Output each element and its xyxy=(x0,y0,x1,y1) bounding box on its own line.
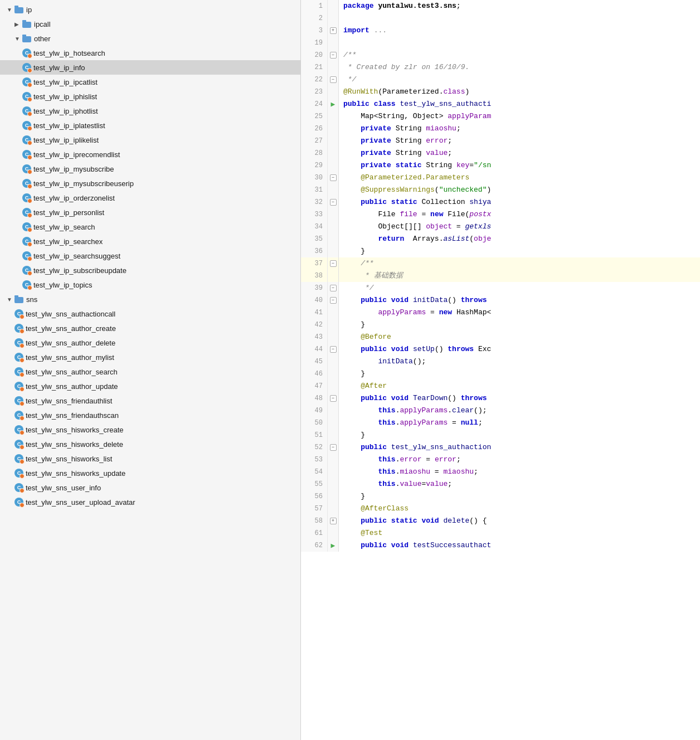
line-content-61[interactable]: @Test xyxy=(339,527,700,539)
line-content-48[interactable]: public void TearDown() throws xyxy=(339,392,700,405)
gutter-44[interactable]: − xyxy=(328,343,339,356)
file-ip-iphislist[interactable]: C test_ylw_ip_iphislist xyxy=(0,89,300,104)
line-content-55[interactable]: this.value=value; xyxy=(339,478,700,490)
file-ip-ipcatlist[interactable]: C test_ylw_ip_ipcatlist xyxy=(0,75,300,89)
line-content-62[interactable]: public void testSuccessauthact xyxy=(339,539,700,552)
folder-sns[interactable]: ▼ sns xyxy=(0,292,300,306)
file-sns-authactioncall[interactable]: C test_ylw_sns_authactioncall xyxy=(0,306,300,321)
gutter-39[interactable]: − xyxy=(328,282,339,294)
line-content-40[interactable]: public void initData() throws xyxy=(339,294,700,306)
line-content-43[interactable]: @Before xyxy=(339,331,700,343)
file-sns-author-mylist[interactable]: C test_ylw_sns_author_mylist xyxy=(0,350,300,364)
line-content-39[interactable]: */ xyxy=(339,282,700,294)
gutter-22[interactable]: − xyxy=(328,74,339,86)
fold-btn-48[interactable]: − xyxy=(330,395,337,402)
file-ip-topics[interactable]: C test_ylw_ip_topics xyxy=(0,278,300,292)
folder-ipcall[interactable]: ▶ ipcall xyxy=(0,17,300,31)
line-content-3[interactable]: import ... xyxy=(339,25,700,37)
gutter-52[interactable]: − xyxy=(328,441,339,454)
fold-btn-22[interactable]: − xyxy=(330,76,337,83)
line-content-25[interactable]: Map<String, Object> applyParam xyxy=(339,110,700,123)
file-sns-user-upload-avatar[interactable]: C test_ylw_sns_user_upload_avatar xyxy=(0,495,300,509)
file-ip-info[interactable]: C test_ylw_ip_info xyxy=(0,60,300,75)
file-sns-author-delete[interactable]: C test_ylw_sns_author_delete xyxy=(0,335,300,350)
fold-btn-20[interactable]: − xyxy=(330,52,337,59)
line-content-20[interactable]: /** xyxy=(339,49,700,61)
file-sns-hisworks-list[interactable]: C test_ylw_sns_hisworks_list xyxy=(0,451,300,466)
line-content-22[interactable]: */ xyxy=(339,74,700,86)
gutter-32[interactable]: − xyxy=(328,196,339,208)
line-content-38[interactable]: * 基础数据 xyxy=(339,270,700,282)
file-ip-iprecomendlist[interactable]: C test_ylw_ip_iprecomendlist xyxy=(0,147,300,162)
line-content-51[interactable]: } xyxy=(339,429,700,441)
file-ip-search[interactable]: C test_ylw_ip_search xyxy=(0,220,300,234)
file-ip-iphotlist[interactable]: C test_ylw_ip_iphotlist xyxy=(0,104,300,118)
fold-btn-30[interactable]: − xyxy=(330,174,337,181)
gutter-30[interactable]: − xyxy=(328,172,339,184)
file-ip-mysubscribe[interactable]: C test_ylw_ip_mysubscribe xyxy=(0,162,300,176)
file-ip-hotsearch[interactable]: C test_ylw_ip_hotsearch xyxy=(0,46,300,60)
line-content-2[interactable] xyxy=(339,12,700,25)
file-ip-iplikelist[interactable]: C test_ylw_ip_iplikelist xyxy=(0,133,300,147)
file-sns-hisworks-create[interactable]: C test_ylw_sns_hisworks_create xyxy=(0,422,300,437)
line-content-50[interactable]: this.applyParams = null; xyxy=(339,417,700,429)
gutter-40[interactable]: − xyxy=(328,294,339,306)
file-sns-author-create[interactable]: C test_ylw_sns_author_create xyxy=(0,321,300,335)
gutter-62[interactable]: ▶ xyxy=(328,539,339,552)
line-content-44[interactable]: public void setUp() throws Exc xyxy=(339,343,700,356)
file-sns-hisworks-delete[interactable]: C test_ylw_sns_hisworks_delete xyxy=(0,437,300,451)
line-content-24[interactable]: public class test_ylw_sns_authacti xyxy=(339,98,700,110)
line-content-54[interactable]: this.miaoshu = miaoshu; xyxy=(339,466,700,478)
line-content-49[interactable]: this.applyParams.clear(); xyxy=(339,405,700,417)
line-content-56[interactable]: } xyxy=(339,490,700,503)
fold-btn-52[interactable]: − xyxy=(330,444,337,451)
fold-btn-58[interactable]: + xyxy=(330,518,337,524)
file-ip-mysubscribeuserip[interactable]: C test_ylw_ip_mysubscribeuserip xyxy=(0,176,300,191)
fold-btn-37[interactable]: − xyxy=(330,260,337,267)
gutter-58[interactable]: + xyxy=(328,515,339,527)
file-ip-iplatestlist[interactable]: C test_ylw_ip_iplatestlist xyxy=(0,118,300,133)
line-content-1[interactable]: package yuntalwu.test3.sns; xyxy=(339,0,700,12)
fold-btn-39[interactable]: − xyxy=(330,285,337,291)
fold-btn-32[interactable]: − xyxy=(330,199,337,206)
file-ip-searchsuggest[interactable]: C test_ylw_ip_searchsuggest xyxy=(0,249,300,263)
line-content-31[interactable]: @SuppressWarnings("unchecked") xyxy=(339,184,700,196)
line-content-28[interactable]: private String value; xyxy=(339,147,700,159)
line-content-41[interactable]: applyParams = new HashMap< xyxy=(339,306,700,319)
file-tree[interactable]: ▼ ip ▶ ipcall ▼ other xyxy=(0,0,301,740)
gutter-37[interactable]: − xyxy=(328,257,339,270)
line-content-37[interactable]: /** xyxy=(339,257,700,270)
line-content-53[interactable]: this.error = error; xyxy=(339,454,700,466)
line-content-46[interactable]: } xyxy=(339,368,700,380)
line-content-32[interactable]: public static Collection shiya xyxy=(339,196,700,208)
line-content-35[interactable]: return Arrays.asList(obje xyxy=(339,233,700,245)
line-content-33[interactable]: File file = new File(postx xyxy=(339,208,700,221)
file-sns-hisworks-update[interactable]: C test_ylw_sns_hisworks_update xyxy=(0,466,300,480)
folder-ip[interactable]: ▼ ip xyxy=(0,2,300,17)
line-content-29[interactable]: private static String key="/sn xyxy=(339,159,700,172)
gutter-24[interactable]: ▶ xyxy=(328,98,339,110)
line-content-45[interactable]: initData(); xyxy=(339,356,700,368)
line-content-30[interactable]: @Parameterized.Parameters xyxy=(339,172,700,184)
gutter-48[interactable]: − xyxy=(328,392,339,405)
line-content-57[interactable]: @AfterClass xyxy=(339,503,700,515)
line-content-42[interactable]: } xyxy=(339,319,700,331)
folder-other[interactable]: ▼ other xyxy=(0,31,300,46)
line-content-52[interactable]: public test_ylw_sns_authaction xyxy=(339,441,700,454)
line-content-19[interactable] xyxy=(339,37,700,49)
line-content-58[interactable]: public static void delete() { xyxy=(339,515,700,527)
file-sns-author-update[interactable]: C test_ylw_sns_author_update xyxy=(0,379,300,393)
file-ip-personlist[interactable]: C test_ylw_ip_personlist xyxy=(0,205,300,220)
file-ip-orderzonelist[interactable]: C test_ylw_ip_orderzonelist xyxy=(0,191,300,205)
line-content-27[interactable]: private String error; xyxy=(339,135,700,147)
line-content-47[interactable]: @After xyxy=(339,380,700,392)
file-sns-friendauthscan[interactable]: C test_ylw_sns_friendauthscan xyxy=(0,408,300,422)
file-sns-friendauthlist[interactable]: C test_ylw_sns_friendauthlist xyxy=(0,393,300,408)
file-sns-user-info[interactable]: C test_ylw_sns_user_info xyxy=(0,480,300,495)
line-content-23[interactable]: @RunWith(Parameterized.class) xyxy=(339,86,700,98)
line-content-36[interactable]: } xyxy=(339,245,700,257)
line-content-21[interactable]: * Created by zlr on 16/10/9. xyxy=(339,61,700,74)
gutter-3[interactable]: + xyxy=(328,25,339,37)
fold-btn-44[interactable]: − xyxy=(330,346,337,353)
line-content-34[interactable]: Object[][] object = getxls xyxy=(339,221,700,233)
